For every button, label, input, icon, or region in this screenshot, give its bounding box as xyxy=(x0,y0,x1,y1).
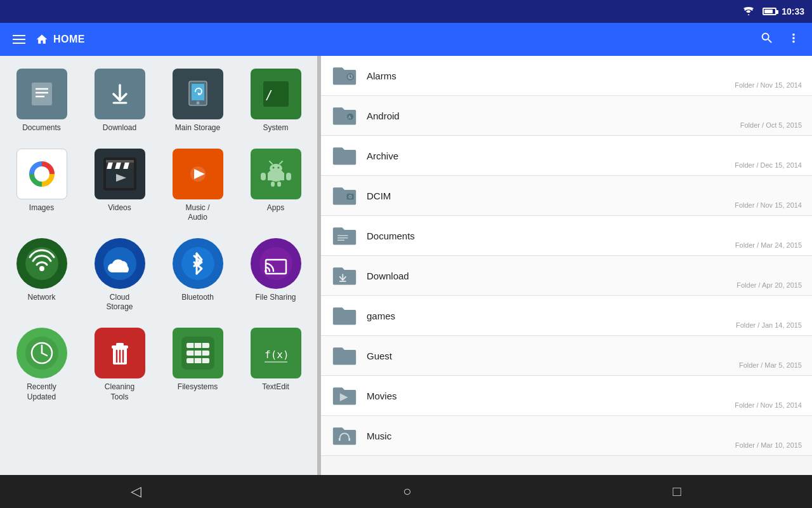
sidebar-item-system[interactable]: / System xyxy=(239,64,312,138)
videos-icon xyxy=(103,157,136,190)
sidebar-item-recentlyupdated[interactable]: RecentlyUpdated xyxy=(5,323,78,407)
textedit-icon-box: f(x) xyxy=(251,328,301,378)
file-name: Guest xyxy=(367,351,739,361)
sidebar-item-filesharing[interactable]: File Sharing xyxy=(239,233,312,318)
recentlyupdated-icon-box xyxy=(16,328,67,378)
sidebar-item-filesystems[interactable]: Filesystems xyxy=(161,323,234,407)
file-meta: Folder / Nov 15, 2014 xyxy=(735,401,802,409)
svg-point-36 xyxy=(25,247,58,280)
sidebar-item-documents[interactable]: Documents xyxy=(5,64,78,138)
folder-icon xyxy=(331,142,358,169)
filesharing-icon-box xyxy=(251,238,301,289)
right-panel: Alarms Folder / Nov 15, 2014 A Android F… xyxy=(321,56,812,475)
documents-icon xyxy=(27,79,57,109)
list-item[interactable]: Archive Folder / Dec 15, 2014 xyxy=(321,136,812,176)
sidebar-item-mainstorage[interactable]: Main Storage xyxy=(161,64,234,138)
svg-rect-72 xyxy=(348,193,350,194)
filesharing-icon xyxy=(259,247,292,280)
file-info: Movies xyxy=(367,391,735,401)
list-item[interactable]: Music Folder / Mar 10, 2015 xyxy=(321,416,812,456)
svg-rect-50 xyxy=(116,343,124,346)
svg-point-29 xyxy=(277,166,279,168)
folder-documents-icon xyxy=(332,225,357,246)
folder-icon xyxy=(331,182,358,209)
bluetooth-label: Bluetooth xyxy=(181,293,214,303)
folder-archive-icon xyxy=(332,145,357,166)
more-options-button[interactable] xyxy=(783,27,804,52)
recentlyupdated-label: RecentlyUpdated xyxy=(27,382,56,402)
folder-icon xyxy=(331,382,358,409)
file-meta: Folder / Mar 5, 2015 xyxy=(739,361,802,369)
apps-label: Apps xyxy=(267,203,284,213)
home-nav-button[interactable]: ○ xyxy=(388,478,426,505)
folder-android-icon: A xyxy=(332,105,357,126)
musicaudio-icon-box xyxy=(173,149,223,199)
file-info: DCIM xyxy=(367,190,735,201)
svg-rect-32 xyxy=(261,173,266,180)
list-item[interactable]: A Android Folder / Oct 5, 2015 xyxy=(321,96,812,136)
cloudstorage-label: CloudStorage xyxy=(106,293,133,312)
cloudstorage-icon-box xyxy=(95,238,145,289)
list-item[interactable]: Movies Folder / Nov 15, 2014 xyxy=(321,376,812,416)
svg-point-7 xyxy=(196,102,199,105)
folder-icon xyxy=(331,62,358,89)
list-item[interactable]: Documents Folder / Mar 24, 2015 xyxy=(321,216,812,256)
sidebar-item-musicaudio[interactable]: Music /Audio xyxy=(161,144,234,228)
back-button[interactable]: ◁ xyxy=(115,478,157,505)
folder-icon xyxy=(331,302,358,329)
file-info: Archive xyxy=(367,150,735,161)
svg-rect-57 xyxy=(187,358,209,363)
download-icon-box xyxy=(95,69,145,119)
svg-rect-0 xyxy=(32,83,52,105)
svg-text:f(x): f(x) xyxy=(265,349,289,361)
videos-icon-box xyxy=(95,149,145,199)
list-item[interactable]: Alarms Folder / Nov 15, 2014 xyxy=(321,56,812,96)
svg-rect-33 xyxy=(286,173,291,180)
musicaudio-icon xyxy=(181,157,214,190)
file-meta: Folder / Mar 10, 2015 xyxy=(735,441,802,449)
file-name: Alarms xyxy=(367,70,735,81)
file-meta: Folder / Nov 15, 2014 xyxy=(735,201,802,209)
list-item[interactable]: games Folder / Jan 14, 2015 xyxy=(321,296,812,336)
list-item[interactable]: Guest Folder / Mar 5, 2015 xyxy=(321,336,812,376)
list-item[interactable]: DCIM Folder / Nov 15, 2014 xyxy=(321,176,812,216)
list-item[interactable]: Download Folder / Apr 20, 2015 xyxy=(321,256,812,296)
folder-alarms-icon xyxy=(332,65,357,86)
folder-icon xyxy=(331,342,358,369)
textedit-icon: f(x) xyxy=(259,337,292,370)
sidebar-item-cleaningtools[interactable]: CleaningTools xyxy=(83,323,156,407)
cleaningtools-icon-box xyxy=(95,328,145,378)
toolbar: Home xyxy=(0,23,812,56)
sidebar-item-network[interactable]: Network xyxy=(5,233,78,318)
recents-button[interactable]: □ xyxy=(658,478,697,505)
sidebar-item-videos[interactable]: Videos xyxy=(83,144,156,228)
sidebar-item-cloudstorage[interactable]: CloudStorage xyxy=(83,233,156,318)
more-icon xyxy=(787,31,801,45)
toolbar-title: Home xyxy=(53,34,85,45)
sidebar-item-download[interactable]: Download xyxy=(83,64,156,138)
menu-button[interactable] xyxy=(8,30,30,49)
musicaudio-label: Music /Audio xyxy=(185,203,209,223)
sidebar-item-apps[interactable]: Apps xyxy=(239,144,312,228)
svg-point-42 xyxy=(265,270,267,272)
svg-point-40 xyxy=(259,247,292,280)
system-icon: / xyxy=(259,77,292,110)
file-meta: Folder / Mar 24, 2015 xyxy=(735,241,802,249)
svg-point-28 xyxy=(272,166,274,168)
svg-rect-17 xyxy=(106,160,134,163)
folder-dcim-icon xyxy=(332,185,357,206)
svg-point-27 xyxy=(270,164,282,173)
sidebar-item-textedit[interactable]: f(x) TextEdit xyxy=(239,323,312,407)
apps-icon xyxy=(259,157,292,190)
network-icon-box xyxy=(16,238,67,289)
folder-download-icon xyxy=(332,265,357,286)
filesystems-icon-box xyxy=(173,328,223,378)
sidebar-item-images[interactable]: Images xyxy=(5,144,78,228)
sidebar-item-bluetooth[interactable]: Bluetooth xyxy=(161,233,234,318)
svg-rect-6 xyxy=(192,84,204,100)
icon-grid: Documents Download xyxy=(5,64,312,407)
file-info: Android xyxy=(367,110,740,121)
search-button[interactable] xyxy=(756,27,778,52)
file-name: Android xyxy=(367,110,740,121)
download-label: Download xyxy=(103,123,136,133)
